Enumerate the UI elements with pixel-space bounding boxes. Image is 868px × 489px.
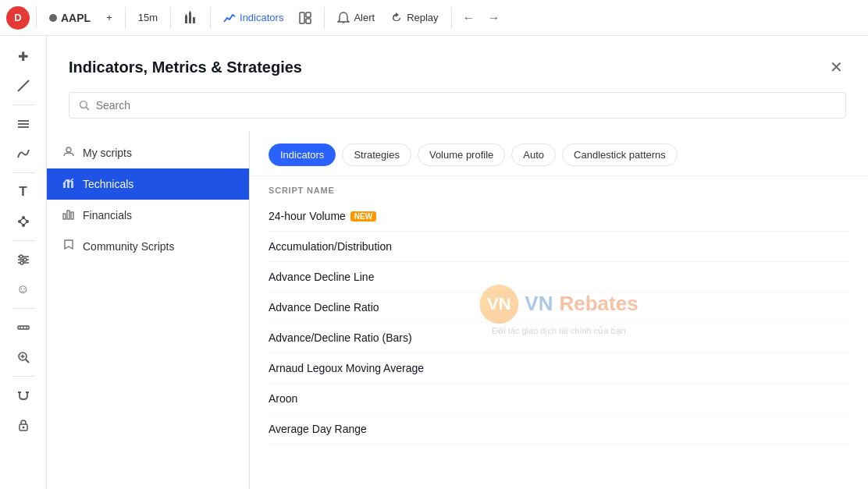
curve-tool-button[interactable]: [9, 140, 37, 168]
measure-tool-icon: [16, 321, 30, 335]
svg-line-16: [20, 218, 23, 221]
svg-rect-45: [67, 211, 69, 219]
modal-header: Indicators, Metrics & Strategies ✕: [47, 36, 868, 92]
indicators-button[interactable]: Indicators: [217, 8, 290, 28]
svg-rect-43: [71, 181, 73, 188]
nav-label-my-scripts: My scripts: [83, 147, 132, 159]
sep-6: [451, 7, 452, 29]
adjust-tool-button[interactable]: [9, 246, 37, 274]
left-nav: My scripts Technicals: [47, 131, 250, 489]
svg-rect-5: [300, 12, 304, 23]
add-button[interactable]: +: [100, 8, 119, 27]
script-item-3[interactable]: Advance Decline Ratio: [269, 292, 849, 323]
nav-item-financials[interactable]: Financials: [47, 200, 249, 231]
main-toolbar: D AAPL + 15m Indicators: [0, 0, 868, 36]
nav-item-my-scripts[interactable]: My scripts: [47, 137, 249, 168]
alert-label: Alert: [354, 12, 375, 23]
lock-tool-button[interactable]: [9, 411, 37, 439]
d-badge-button[interactable]: D: [6, 6, 30, 30]
lines-tool-button[interactable]: [9, 110, 37, 138]
svg-rect-44: [63, 214, 66, 219]
icon-sep-3: [12, 240, 34, 241]
replay-icon: [390, 12, 403, 24]
ticker-dot: [49, 14, 57, 22]
alert-icon: [337, 12, 350, 24]
undo-icon: ←: [463, 11, 475, 24]
svg-rect-2: [193, 17, 195, 23]
tab-strategies[interactable]: Strategies: [342, 144, 411, 166]
tab-auto[interactable]: Auto: [511, 144, 556, 166]
close-button[interactable]: ✕: [827, 55, 846, 80]
nav-label-technicals: Technicals: [83, 178, 133, 190]
chart-type-icon: [183, 11, 197, 25]
script-item-5[interactable]: Arnaud Legoux Moving Average: [269, 353, 849, 384]
magnet-tool-button[interactable]: [9, 381, 37, 409]
redo-button[interactable]: →: [483, 8, 505, 28]
search-wrap: [69, 92, 846, 119]
layout-button[interactable]: [293, 8, 318, 28]
svg-line-17: [23, 218, 27, 221]
line-tool-button[interactable]: [9, 72, 37, 100]
script-item-7[interactable]: Average Day Range: [269, 414, 849, 445]
replay-button[interactable]: Replay: [384, 8, 444, 28]
script-item-6[interactable]: Aroon: [269, 384, 849, 414]
tab-indicators[interactable]: Indicators: [269, 144, 336, 166]
script-item-0[interactable]: 24-hour Volume NEW: [269, 201, 849, 232]
timeframe-button[interactable]: 15m: [132, 8, 164, 27]
undo-button[interactable]: ←: [458, 8, 480, 28]
tab-candlestick-patterns[interactable]: Candlestick patterns: [562, 144, 678, 166]
icon-sep-2: [12, 172, 34, 173]
script-list-header: SCRIPT NAME: [269, 176, 849, 201]
nav-item-technicals[interactable]: Technicals: [47, 168, 249, 200]
search-input[interactable]: [96, 99, 836, 112]
svg-rect-46: [71, 212, 73, 219]
svg-point-23: [20, 255, 23, 258]
icon-sep-1: [12, 105, 34, 105]
script-name-7: Average Day Range: [269, 423, 367, 435]
emoji-tool-icon: ☺: [16, 282, 29, 296]
script-name-1: Accumulation/Distribution: [269, 240, 392, 253]
icon-sep-4: [12, 308, 34, 309]
svg-line-39: [86, 107, 88, 109]
main-layout: ✚ T: [0, 36, 868, 489]
script-name-3: Advance Decline Ratio: [269, 301, 379, 314]
magnet-tool-icon: [16, 388, 30, 402]
replay-label: Replay: [407, 12, 438, 23]
adjust-tool-icon: [16, 253, 30, 267]
add-icon: +: [106, 12, 112, 23]
alert-button[interactable]: Alert: [331, 8, 381, 28]
my-scripts-icon: [62, 145, 75, 161]
community-scripts-icon: [62, 239, 75, 254]
lines-tool-icon: [16, 117, 30, 131]
script-item-4[interactable]: Advance/Decline Ratio (Bars): [269, 323, 849, 353]
financials-icon: [62, 207, 75, 223]
script-item-1[interactable]: Accumulation/Distribution: [269, 232, 849, 262]
plus-tool-button[interactable]: ✚: [9, 42, 37, 70]
ticker-button[interactable]: AAPL: [43, 9, 97, 27]
sep-1: [36, 7, 37, 29]
svg-point-38: [80, 101, 87, 108]
layout-icon: [299, 12, 311, 24]
text-tool-button[interactable]: T: [9, 178, 37, 206]
emoji-tool-button[interactable]: ☺: [9, 275, 37, 303]
right-content: VN VN Rebates Đối tác giao dịch tài chín…: [250, 131, 868, 489]
measure-tool-button[interactable]: [9, 314, 37, 342]
node-tool-button[interactable]: [9, 207, 37, 236]
chart-type-button[interactable]: [177, 7, 204, 29]
svg-line-8: [18, 80, 29, 91]
script-item-2[interactable]: Advance Decline Line: [269, 262, 849, 292]
sep-3: [170, 7, 171, 29]
plus-icon: ✚: [18, 49, 28, 64]
svg-line-31: [26, 360, 29, 363]
svg-rect-1: [189, 12, 191, 23]
nav-item-community-scripts[interactable]: Community Scripts: [47, 231, 249, 262]
script-name-4: Advance/Decline Ratio (Bars): [269, 331, 412, 344]
script-name-6: Aroon: [269, 392, 297, 405]
tab-volume-profile[interactable]: Volume profile: [418, 144, 505, 166]
svg-point-25: [20, 261, 23, 264]
indicators-label: Indicators: [240, 12, 283, 23]
svg-line-19: [20, 221, 23, 225]
sep-2: [125, 7, 126, 29]
line-tool-icon: [16, 79, 30, 93]
zoom-tool-button[interactable]: [9, 343, 37, 371]
